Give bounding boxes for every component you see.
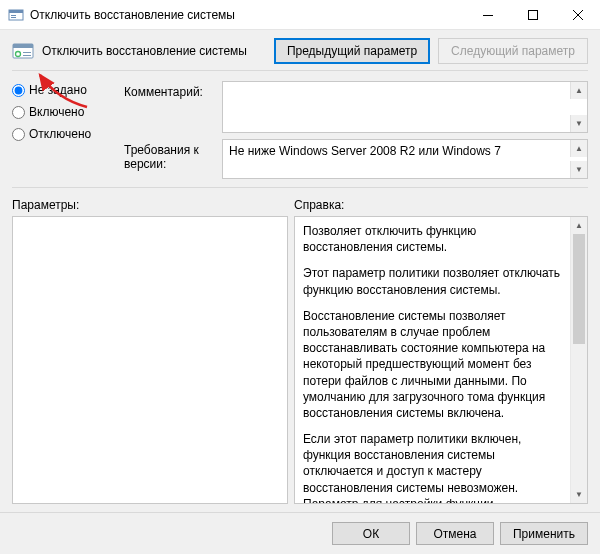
comment-label: Комментарий:: [124, 81, 214, 99]
window-controls: [465, 0, 600, 29]
previous-setting-button[interactable]: Предыдущий параметр: [274, 38, 430, 64]
svg-rect-4: [483, 15, 493, 16]
radio-not-configured-label: Не задано: [29, 83, 87, 97]
help-section-label: Справка:: [294, 198, 588, 212]
scroll-up-icon[interactable]: ▲: [570, 82, 587, 99]
section-labels: Параметры: Справка:: [0, 188, 600, 216]
help-p4: Если этот параметр политики включен, фун…: [303, 431, 564, 503]
svg-rect-5: [528, 11, 537, 20]
svg-rect-9: [13, 44, 33, 48]
radio-not-configured[interactable]: Не задано: [12, 83, 112, 97]
config-area: Не задано Включено Отключено Комментарий…: [0, 71, 600, 183]
titlebar: Отключить восстановление системы: [0, 0, 600, 30]
scrollbar-track[interactable]: [571, 234, 587, 486]
policy-icon: [12, 40, 34, 62]
requirements-label: Требования к версии:: [124, 139, 214, 171]
minimize-button[interactable]: [465, 0, 510, 30]
comment-field[interactable]: ▲ ▼: [222, 81, 588, 133]
requirements-field: Не ниже Windows Server 2008 R2 или Windo…: [222, 139, 588, 179]
params-section-label: Параметры:: [12, 198, 294, 212]
help-pane: Позволяет отключить функцию восстановлен…: [294, 216, 588, 504]
svg-rect-1: [9, 10, 23, 13]
svg-rect-3: [11, 17, 16, 18]
content-area: Отключить восстановление системы Предыду…: [0, 30, 600, 554]
fields-column: Комментарий: ▲ ▼ Требования к версии: Не…: [124, 81, 588, 179]
window-title: Отключить восстановление системы: [30, 8, 465, 22]
radio-enabled-label: Включено: [29, 105, 84, 119]
panes: Позволяет отключить функцию восстановлен…: [0, 216, 600, 504]
requirements-value: Не ниже Windows Server 2008 R2 или Windo…: [223, 140, 587, 162]
radio-enabled-input[interactable]: [12, 106, 25, 119]
radio-disabled-label: Отключено: [29, 127, 91, 141]
scroll-down-icon[interactable]: ▼: [571, 486, 587, 503]
app-icon: [8, 7, 24, 23]
cancel-button[interactable]: Отмена: [416, 522, 494, 545]
help-p2: Этот параметр политики позволяет отключа…: [303, 265, 564, 297]
apply-button[interactable]: Применить: [500, 522, 588, 545]
help-p1: Позволяет отключить функцию восстановлен…: [303, 223, 564, 255]
svg-rect-2: [11, 15, 16, 16]
comment-value: [223, 82, 587, 90]
help-scrollbar[interactable]: ▲ ▼: [570, 217, 587, 503]
state-radio-group: Не задано Включено Отключено: [12, 81, 112, 179]
maximize-button[interactable]: [510, 0, 555, 30]
radio-enabled[interactable]: Включено: [12, 105, 112, 119]
svg-rect-11: [23, 52, 31, 53]
scrollbar-thumb[interactable]: [573, 234, 585, 344]
comment-row: Комментарий: ▲ ▼: [124, 81, 588, 133]
footer: ОК Отмена Применить: [0, 512, 600, 554]
svg-point-10: [16, 52, 21, 57]
policy-title: Отключить восстановление системы: [42, 44, 266, 58]
help-p3: Восстановление системы позволяет пользов…: [303, 308, 564, 421]
radio-disabled-input[interactable]: [12, 128, 25, 141]
help-text: Позволяет отключить функцию восстановлен…: [295, 217, 570, 503]
next-setting-button: Следующий параметр: [438, 38, 588, 64]
radio-disabled[interactable]: Отключено: [12, 127, 112, 141]
radio-not-configured-input[interactable]: [12, 84, 25, 97]
svg-rect-12: [23, 55, 31, 56]
scroll-up-icon[interactable]: ▲: [571, 217, 587, 234]
scroll-up-icon[interactable]: ▲: [570, 140, 587, 157]
close-button[interactable]: [555, 0, 600, 30]
scroll-down-icon[interactable]: ▼: [570, 161, 587, 178]
policy-header: Отключить восстановление системы Предыду…: [0, 30, 600, 70]
requirements-row: Требования к версии: Не ниже Windows Ser…: [124, 139, 588, 179]
scroll-down-icon[interactable]: ▼: [570, 115, 587, 132]
parameters-pane: [12, 216, 288, 504]
ok-button[interactable]: ОК: [332, 522, 410, 545]
